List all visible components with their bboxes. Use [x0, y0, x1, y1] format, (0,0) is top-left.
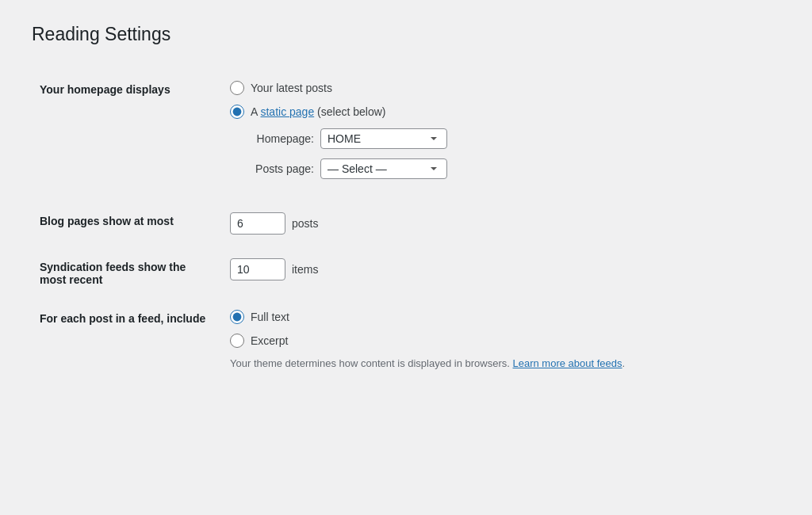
page-title: Reading Settings: [32, 24, 780, 45]
syndication-feeds-input[interactable]: [230, 258, 285, 280]
latest-posts-label: Your latest posts: [251, 82, 332, 94]
feed-content-label: For each post in a feed, include: [40, 312, 205, 325]
syndication-feeds-unit: items: [292, 263, 318, 276]
full-text-option[interactable]: Full text: [230, 310, 772, 324]
blog-pages-unit: posts: [292, 217, 318, 230]
static-page-suffix: (select below): [314, 105, 385, 118]
static-page-prefix: A: [251, 105, 260, 118]
full-text-label: Full text: [251, 311, 289, 323]
static-page-option[interactable]: A static page (select below): [230, 105, 772, 119]
homepage-select-label: Homepage:: [251, 132, 314, 145]
posts-page-select[interactable]: — Select — Blog News: [320, 158, 447, 179]
excerpt-label: Excerpt: [251, 334, 288, 347]
latest-posts-radio[interactable]: [230, 81, 244, 95]
excerpt-radio[interactable]: [230, 334, 244, 348]
latest-posts-option[interactable]: Your latest posts: [230, 81, 772, 95]
homepage-select[interactable]: HOME About Contact: [320, 128, 447, 149]
excerpt-option[interactable]: Excerpt: [230, 334, 772, 348]
learn-more-link[interactable]: Learn more about feeds: [513, 357, 622, 369]
blog-pages-input[interactable]: [230, 212, 285, 235]
static-page-link[interactable]: static page: [260, 105, 314, 118]
posts-page-select-label: Posts page:: [251, 162, 314, 175]
full-text-radio[interactable]: [230, 310, 244, 324]
blog-pages-label: Blog pages show at most: [40, 215, 174, 227]
static-page-label: A static page (select below): [251, 105, 385, 118]
static-page-radio[interactable]: [230, 105, 244, 119]
homepage-displays-label: Your homepage displays: [40, 83, 170, 96]
feed-description: Your theme determines how content is dis…: [230, 357, 772, 369]
syndication-feeds-label: Syndication feeds show the most recent: [40, 261, 186, 286]
